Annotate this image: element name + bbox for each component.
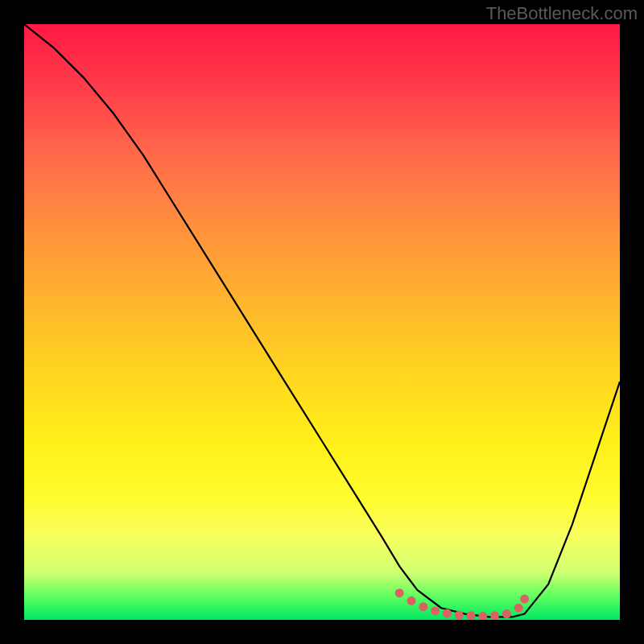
chart-svg: [24, 24, 620, 620]
marker-dot: [490, 611, 499, 620]
marker-dot: [478, 612, 487, 620]
watermark-text: TheBottleneck.com: [486, 3, 638, 24]
plot-area: [24, 24, 620, 620]
marker-dot: [419, 602, 427, 611]
marker-dot: [520, 595, 529, 604]
marker-dot: [455, 611, 464, 620]
bottleneck-curve-line: [24, 24, 620, 617]
marker-dot: [395, 588, 404, 597]
marker-dot: [443, 609, 452, 617]
marker-dot: [431, 606, 440, 615]
marker-dot: [407, 597, 416, 605]
marker-dot: [502, 609, 511, 618]
marker-dot: [467, 611, 476, 620]
marker-dot: [514, 604, 523, 613]
minimum-region-markers: [395, 588, 529, 620]
